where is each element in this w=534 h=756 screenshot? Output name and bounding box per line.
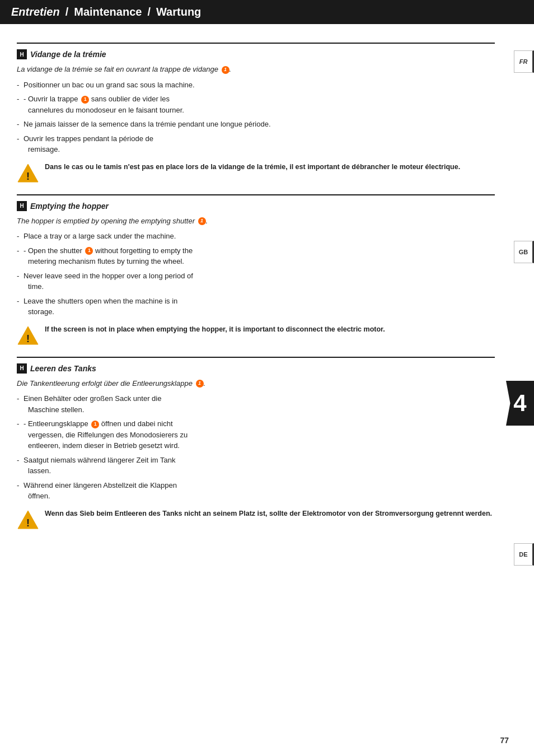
warning-icon-en: !: [17, 324, 39, 347]
bullet-en-1: Place a tray or a large sack under the m…: [17, 231, 495, 242]
info-icon-fr: 1: [222, 66, 229, 74]
warning-triangle-de: !: [17, 510, 39, 530]
section-icon-fr: H: [17, 49, 27, 59]
warning-box-en: ! If the screen is not in place when emp…: [17, 324, 495, 347]
svg-text:!: !: [26, 517, 30, 529]
bullet-en-2: - Open the shutter 1 without forgetting …: [17, 245, 495, 267]
section-divider-fr: [17, 43, 495, 44]
section-intro-en: The hopper is emptied by opening the emp…: [17, 216, 495, 227]
header-sep-1: /: [65, 6, 69, 18]
bullet-fr-3: Ne jamais laisser de la semence dans la …: [17, 119, 495, 130]
bullet-list-en: Place a tray or a large sack under the m…: [17, 231, 495, 318]
warning-strong-en: If the screen is not in place when empty…: [45, 325, 385, 333]
warning-text-de: Wenn das Sieb beim Entleeren des Tanks n…: [45, 508, 492, 519]
warning-text-fr: Dans le cas ou le tamis n'est pas en pla…: [45, 162, 460, 172]
bullet-fr-1: Positionner un bac ou un grand sac sous …: [17, 80, 495, 91]
info-icon-en: 1: [198, 217, 206, 225]
tab-gb: GB: [514, 241, 534, 263]
section-icon-de: H: [17, 363, 27, 374]
warning-text-en: If the screen is not in place when empty…: [45, 324, 385, 335]
section-french: H Vidange de la trémie La vidange de la …: [17, 43, 495, 184]
warning-strong-fr: Dans le cas ou le tamis n'est pas en pla…: [45, 163, 460, 171]
svg-text:!: !: [26, 333, 30, 344]
info-icon-en-2: 1: [85, 247, 93, 255]
bullet-de-1: Einen Behälter oder großen Sack unter di…: [17, 393, 495, 415]
bullet-en-3: Never leave seed in the hopper over a lo…: [17, 270, 495, 292]
warning-strong-de: Wenn das Sieb beim Entleeren des Tanks n…: [45, 510, 492, 517]
section-divider-en: [17, 194, 495, 195]
chapter-badge: 4: [506, 381, 534, 426]
header-title-english: Maintenance: [74, 6, 142, 18]
section-title-text-de: Leeren des Tanks: [30, 364, 96, 373]
info-icon-de-2: 1: [91, 421, 99, 428]
bullet-de-4: Während einer längeren Abstellzeit die K…: [17, 480, 495, 502]
bullet-fr-2: - Ouvrir la trappe 1 sans oublier de vid…: [17, 94, 495, 115]
section-title-text-en: Emptying the hopper: [30, 202, 109, 211]
section-icon-en: H: [17, 201, 27, 211]
tab-de: DE: [514, 543, 534, 566]
section-english: H Emptying the hopper The hopper is empt…: [17, 194, 495, 347]
section-title-french: H Vidange de la trémie: [17, 49, 495, 59]
header-title-french: Entretien: [11, 6, 60, 18]
bullet-list-de: Einen Behälter oder großen Sack unter di…: [17, 393, 495, 502]
bullet-fr-4: Ouvrir les trappes pendant la période de…: [17, 133, 495, 155]
info-icon-de: 1: [196, 380, 204, 388]
header-title-german: Wartung: [156, 6, 201, 18]
warning-icon-de: !: [17, 508, 39, 531]
page-header: Entretien / Maintenance / Wartung: [0, 0, 534, 24]
bullet-de-2: - Entleerungsklappe 1 öffnen und dabei n…: [17, 418, 495, 451]
warning-triangle-en: !: [17, 325, 39, 346]
section-intro-fr: La vidange de la trémie se fait en ouvra…: [17, 64, 495, 75]
tab-fr: FR: [514, 50, 534, 73]
section-german: H Leeren des Tanks Die Tankentleerung er…: [17, 357, 495, 531]
main-content: H Vidange de la trémie La vidange de la …: [0, 24, 512, 546]
bullet-en-4: Leave the shutters open when the machine…: [17, 296, 495, 318]
warning-triangle-fr: !: [17, 163, 39, 183]
info-icon-fr-2: 1: [81, 96, 89, 104]
section-title-text-fr: Vidange de la trémie: [30, 50, 106, 59]
bullet-list-fr: Positionner un bac ou un grand sac sous …: [17, 80, 495, 155]
bullet-de-3: Saatgut niemals während längerer Zeit im…: [17, 455, 495, 477]
section-title-english: H Emptying the hopper: [17, 201, 495, 211]
header-sep-2: /: [147, 6, 151, 18]
section-divider-de: [17, 357, 495, 358]
page-number: 77: [500, 736, 509, 745]
svg-text:!: !: [26, 171, 30, 182]
warning-icon-fr: !: [17, 162, 39, 184]
warning-box-fr: ! Dans le cas ou le tamis n'est pas en p…: [17, 162, 495, 184]
section-intro-de: Die Tankentleerung erfolgt über die Entl…: [17, 378, 495, 389]
warning-box-de: ! Wenn das Sieb beim Entleeren des Tanks…: [17, 508, 495, 531]
section-title-german: H Leeren des Tanks: [17, 363, 495, 374]
